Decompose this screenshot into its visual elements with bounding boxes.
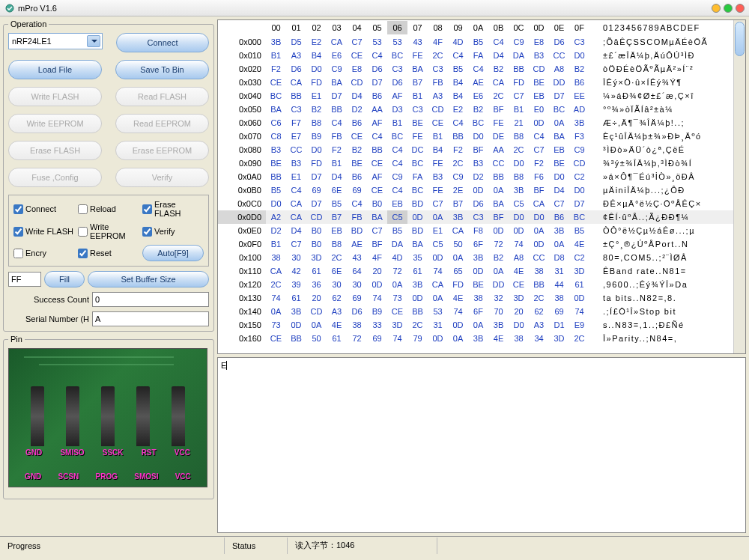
hex-row[interactable]: 0x080B3CCD0F2B2BBC4DCB4F2BFAA2CC7EBC9³ÌÐ… (218, 143, 733, 156)
hex-byte[interactable]: CA (286, 210, 306, 224)
hex-byte[interactable]: AF (367, 116, 387, 130)
write-eeprom-check[interactable]: Write EEPROM (78, 222, 139, 240)
hex-byte[interactable]: 0D (569, 291, 589, 305)
hex-byte[interactable]: 74 (569, 305, 589, 318)
hex-byte[interactable]: B4 (448, 89, 468, 103)
hex-byte[interactable]: E2 (448, 103, 468, 116)
hex-byte[interactable]: B8 (509, 170, 529, 183)
hex-byte[interactable]: AA (488, 143, 509, 156)
hex-byte[interactable]: 2C (428, 49, 448, 62)
hex-byte[interactable]: BA (266, 103, 286, 116)
hex-byte[interactable]: B5 (266, 183, 286, 197)
hex-byte[interactable]: 43 (347, 251, 367, 264)
hex-byte[interactable]: 74 (266, 291, 286, 305)
hex-byte[interactable]: B3 (286, 156, 306, 170)
hex-byte[interactable]: AF (387, 89, 407, 103)
hex-byte[interactable]: CD (306, 305, 327, 318)
hex-byte[interactable]: C4 (488, 35, 509, 49)
hex-byte[interactable]: BC (407, 183, 428, 197)
hex-byte[interactable]: FD (448, 278, 468, 291)
hex-byte[interactable]: 61 (306, 264, 327, 278)
hex-byte[interactable]: D7 (367, 76, 387, 89)
close-button[interactable] (736, 4, 745, 13)
hex-byte[interactable]: 0D (448, 318, 468, 332)
hex-byte[interactable]: F7 (286, 116, 306, 130)
hex-byte[interactable]: B1 (509, 103, 529, 116)
hex-byte[interactable]: F3 (569, 130, 589, 143)
hex-byte[interactable]: CD (347, 76, 367, 89)
hex-byte[interactable]: B9 (306, 130, 327, 143)
hex-byte[interactable]: 69 (367, 332, 387, 345)
hex-byte[interactable]: 6E (327, 183, 347, 197)
hex-byte[interactable]: D0 (306, 62, 327, 76)
hex-byte[interactable]: EB (327, 224, 347, 237)
hex-byte[interactable]: D2 (468, 170, 488, 183)
hex-byte[interactable]: 36 (306, 278, 327, 291)
hex-byte[interactable]: D0 (266, 197, 286, 210)
hex-byte[interactable]: C7 (428, 197, 448, 210)
hex-byte[interactable]: 3B (509, 183, 529, 197)
hex-byte[interactable]: CD (529, 62, 549, 76)
hex-byte[interactable]: AD (569, 103, 589, 116)
hex-byte[interactable]: D0 (468, 130, 488, 143)
hex-byte[interactable]: D7 (549, 89, 569, 103)
save-to-bin-button[interactable]: Save To Bin (115, 60, 209, 79)
hex-byte[interactable]: 50 (306, 332, 327, 345)
hex-byte[interactable]: BC (549, 103, 569, 116)
verify-check[interactable]: Verify (142, 222, 204, 240)
hex-byte[interactable]: C7 (529, 143, 549, 156)
hex-byte[interactable]: D4 (347, 89, 367, 103)
hex-byte[interactable]: CE (428, 116, 448, 130)
hex-byte[interactable]: B4 (306, 49, 327, 62)
hex-byte[interactable]: 6F (468, 237, 488, 251)
hex-byte[interactable]: 30 (347, 278, 367, 291)
hex-byte[interactable]: E8 (529, 35, 549, 49)
hex-byte[interactable]: DA (387, 237, 407, 251)
hex-byte[interactable]: 4E (509, 264, 529, 278)
hex-byte[interactable]: 74 (367, 291, 387, 305)
hex-byte[interactable]: 73 (387, 291, 407, 305)
hex-byte[interactable]: BF (468, 143, 488, 156)
hex-byte[interactable]: 53 (428, 305, 448, 318)
hex-byte[interactable]: 2E (448, 183, 468, 197)
hex-byte[interactable]: 53 (387, 35, 407, 49)
hex-byte[interactable]: B4 (448, 76, 468, 89)
reload-check[interactable]: Reload (78, 200, 139, 218)
hex-byte[interactable]: D4 (286, 224, 306, 237)
hex-byte[interactable]: C2 (569, 251, 589, 264)
fill-button[interactable]: Fill (44, 271, 85, 287)
hex-byte[interactable]: 72 (488, 237, 509, 251)
hex-byte[interactable]: 6F (468, 305, 488, 318)
hex-byte[interactable]: C3 (387, 62, 407, 76)
hex-byte[interactable]: BA (407, 237, 428, 251)
hex-byte[interactable]: 2C (327, 251, 347, 264)
hex-row[interactable]: 0x020F2D6D0C9E8D6C3BAC3B5C4B2BBCDA8B2òÖÐ… (218, 62, 733, 76)
hex-byte[interactable]: FA (468, 49, 488, 62)
hex-byte[interactable]: EE (569, 89, 589, 103)
hex-byte[interactable]: B1 (407, 89, 428, 103)
hex-byte[interactable]: 0A (549, 237, 569, 251)
hex-byte[interactable]: 2C (509, 143, 529, 156)
hex-byte[interactable]: D2 (266, 224, 286, 237)
hex-row[interactable]: 0x130746120626974730D0A4E38323D2C380Dta … (218, 291, 733, 305)
log-view[interactable]: E (217, 357, 746, 533)
hex-byte[interactable]: BC (468, 116, 488, 130)
hex-byte[interactable]: C9 (569, 143, 589, 156)
hex-byte[interactable]: 44 (549, 278, 569, 291)
hex-byte[interactable]: 21 (509, 116, 529, 130)
hex-byte[interactable]: CA (266, 264, 286, 278)
hex-byte[interactable]: CE (367, 183, 387, 197)
hex-byte[interactable]: 0A (428, 291, 448, 305)
hex-byte[interactable]: F2 (266, 62, 286, 76)
device-select[interactable]: nRF24LE1 (8, 33, 103, 49)
hex-byte[interactable]: 61 (327, 332, 347, 345)
hex-byte[interactable]: 53 (367, 35, 387, 49)
hex-byte[interactable]: 4F (367, 251, 387, 264)
hex-byte[interactable]: F2 (327, 143, 347, 156)
hex-byte[interactable]: CD (306, 210, 327, 224)
hex-byte[interactable]: CA (286, 76, 306, 89)
hex-byte[interactable]: CA (488, 76, 509, 89)
set-buffer-button[interactable]: Set Buffer Size (88, 271, 209, 287)
hex-byte[interactable]: C4 (347, 197, 367, 210)
hex-byte[interactable]: 3B (468, 332, 488, 345)
